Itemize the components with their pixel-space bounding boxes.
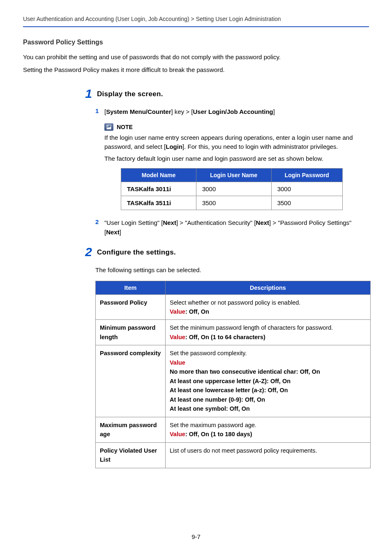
sr1-desc-text: Select whether or not password policy is… (170, 299, 300, 306)
step-1-sub-1-text: [System Menu/Counter] key > [User Login/… (104, 107, 275, 117)
step-1-title: Display the screen. (97, 88, 163, 98)
sr4-desc: Set the maximum password age. Value: Off… (166, 417, 371, 442)
step-2-title: Configure the settings. (97, 246, 176, 257)
note-p1b: Login (166, 143, 182, 150)
settings-header-row: Item Descriptions (96, 281, 371, 294)
s1s2-t2: ] > "Authentication Security" [ (176, 219, 256, 226)
note-header: NOTE (104, 123, 369, 131)
sr1-val-label: Value (170, 308, 185, 315)
step-1-header: 1 Display the screen. (81, 88, 369, 100)
breadcrumb-divider (23, 26, 369, 27)
sr3-desc-text: Set the password complexity. (170, 350, 247, 356)
login-r2-model: TASKalfa 3511i (121, 196, 196, 210)
sr3-val-label: Value (170, 359, 185, 366)
settings-table: Item Descriptions Password Policy Select… (95, 281, 371, 468)
s1s1-post: ] (273, 108, 275, 115)
login-table-header-row: Model Name Login User Name Login Passwor… (121, 169, 343, 182)
login-r1-user: 3000 (196, 182, 271, 196)
s1s2-b1: Next (163, 219, 176, 226)
step-1-sub-1-num: 1 (95, 107, 104, 114)
page-number: 9-7 (0, 533, 392, 540)
intro-para-1: You can prohibit the setting and use of … (23, 53, 369, 62)
login-r1-pass: 3000 (271, 182, 342, 196)
sr3-c3: At least one lowercase letter (a-z): Off… (170, 387, 288, 393)
note-para-1: If the login user name entry screen appe… (104, 133, 369, 152)
sr4-val-label: Value (170, 431, 185, 437)
sr1-val-sep: : (185, 308, 189, 315)
svg-point-1 (107, 125, 108, 126)
settings-row-4: Maximum password age Set the maximum pas… (96, 417, 371, 442)
note-icon (104, 123, 113, 131)
sr2-desc: Set the minimum password length of chara… (166, 320, 371, 345)
settings-row-3: Password complexity Set the password com… (96, 345, 371, 417)
s1s1-b1: System Menu/Counter (106, 108, 171, 115)
login-table: Model Name Login User Name Login Passwor… (121, 168, 343, 210)
s1s2-b3: Next (106, 229, 120, 236)
s1s1-mid: ] key > [ (171, 108, 193, 115)
breadcrumb: User Authentication and Accounting (User… (23, 16, 369, 26)
sr1-desc: Select whether or not password policy is… (166, 294, 371, 320)
sr2-item: Minimum password length (96, 320, 166, 345)
sr3-desc: Set the password complexity. Value No mo… (166, 345, 371, 417)
sr3-c2: At least one uppercase letter (A-Z): Off… (170, 378, 291, 384)
s1s1-b2: User Login/Job Accounting (193, 108, 273, 115)
section-heading: Password Policy Settings (23, 39, 369, 46)
s1s2-t1: "User Login Setting" [ (104, 219, 163, 226)
note-block: NOTE If the login user name entry screen… (104, 123, 369, 210)
step-1-sub-1: 1 [System Menu/Counter] key > [User Logi… (95, 107, 369, 117)
step-2-header: 2 Configure the settings. (81, 246, 369, 258)
login-row-2: TASKalfa 3511i 3500 3500 (121, 196, 343, 210)
sr1-val-text: Off, On (189, 308, 209, 315)
sr3-c5: At least one symbol: Off, On (170, 405, 250, 412)
s1s2-b2: Next (256, 219, 270, 226)
step-1-sub-2-text: "User Login Setting" [Next] > "Authentic… (104, 218, 369, 237)
login-r1-model: TASKalfa 3011i (121, 182, 196, 196)
settings-row-1: Password Policy Select whether or not pa… (96, 294, 371, 320)
sr4-val-sep: : (185, 431, 189, 437)
sr5-desc: List of users do not meet password polic… (166, 442, 371, 468)
settings-row-2: Minimum password length Set the minimum … (96, 320, 371, 345)
sr1-item: Password Policy (96, 294, 166, 320)
settings-th-desc: Descriptions (166, 281, 371, 294)
sr2-desc-text: Set the minimum password length of chara… (170, 324, 333, 331)
sr4-desc-text: Set the maximum password age. (170, 422, 256, 428)
s1s2-t4: ] (120, 229, 121, 236)
login-th-user: Login User Name (196, 169, 271, 182)
note-p1c: ]. For this, you need to login with admi… (182, 143, 338, 150)
sr4-val-text: Off, On (1 to 180 days) (189, 431, 252, 437)
step-2-number: 2 (81, 246, 97, 258)
login-r2-user: 3500 (196, 196, 271, 210)
sr5-item: Policy Violated User List (96, 442, 166, 468)
sr3-item: Password complexity (96, 345, 166, 417)
step-1-sub-2-num: 2 (95, 218, 104, 225)
login-th-pass: Login Password (271, 169, 342, 182)
step-1-number: 1 (81, 88, 97, 100)
settings-row-5: Policy Violated User List List of users … (96, 442, 371, 468)
sr2-val-text: Off, On (1 to 64 characters) (189, 334, 265, 340)
note-para-2: The factory default login user name and … (104, 154, 369, 164)
step-1-sub-2: 2 "User Login Setting" [Next] > "Authent… (95, 218, 369, 237)
sr2-val-label: Value (170, 334, 185, 340)
intro-para-2: Setting the Password Policy makes it mor… (23, 65, 369, 75)
login-r2-pass: 3500 (271, 196, 342, 210)
settings-th-item: Item (96, 281, 166, 294)
sr2-val-sep: : (185, 334, 189, 340)
login-row-1: TASKalfa 3011i 3000 3000 (121, 182, 343, 196)
step-2-body: The following settings can be selected. … (95, 266, 369, 468)
sr3-c4: At least one number (0-9): Off, On (170, 396, 265, 403)
note-label: NOTE (117, 124, 133, 130)
step-2-intro: The following settings can be selected. (95, 266, 369, 275)
sr4-item: Maximum password age (96, 417, 166, 442)
login-th-model: Model Name (121, 169, 196, 182)
step-1-body: 1 [System Menu/Counter] key > [User Logi… (95, 107, 369, 237)
sr3-c1: No more than two consecutive identical c… (170, 368, 320, 375)
